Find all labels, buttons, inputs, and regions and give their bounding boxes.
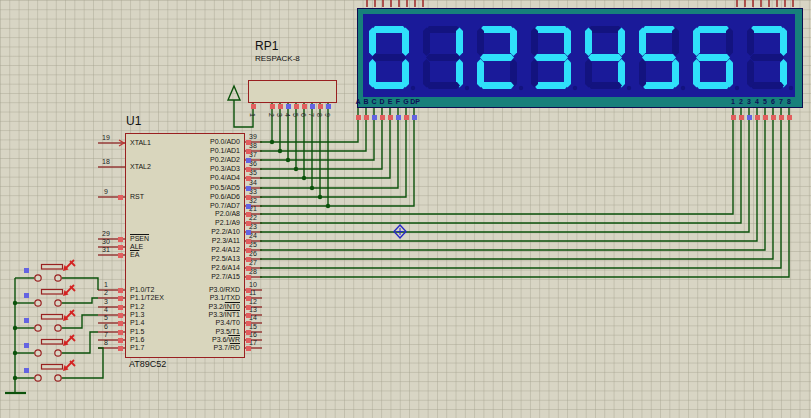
seven-seg-digit [420,23,470,91]
segment-E [639,59,646,88]
pin-label: P1.2 [130,303,144,311]
segment-F [639,28,646,57]
pin-number: 1 [98,281,114,289]
pin-state-square [412,115,417,120]
pin-state-square [246,321,251,326]
wire [260,108,773,259]
respack-pin-number: 9 [323,110,333,120]
pin-state-square [372,115,377,120]
pin-label: P1.4 [130,319,144,327]
pin-label: P3.1/TXD [160,294,240,302]
segment-E [585,59,592,88]
seven-seg-digit [366,23,416,91]
segment-D [480,82,514,89]
pin-state-square [763,115,768,120]
segment-A [372,26,406,33]
pin-state-square [246,230,251,235]
segment-A [534,26,568,33]
pin-label: P3.3/INT1 [160,311,240,319]
segment-pin-label: DP [408,97,422,106]
pin-state-square [246,266,251,271]
pin-label: P1.3 [130,311,144,319]
seven-seg-digit [636,23,686,91]
pin-state-square [118,237,123,242]
pin-label: P3.5/T1 [160,328,240,336]
wire [260,108,789,277]
push-button-2[interactable] [30,285,80,311]
pin-state-square [388,115,393,120]
pin-label: P2.6/A14 [160,264,240,272]
push-button-4[interactable] [30,335,80,361]
segment-A [588,26,622,33]
segment-F [423,28,430,57]
pin-label: XTAL1 [130,139,151,147]
respack-part-label: RESPACK-8 [255,54,300,63]
pin-state-square [118,305,123,310]
pin-number: 31 [98,246,114,254]
segment-A [750,26,784,33]
segment-B [726,28,733,57]
pin-state-square [118,321,123,326]
segment-G [588,54,622,61]
segment-G [696,54,730,61]
segment-F [477,28,484,57]
pin-state-square [779,115,784,120]
junction-dot [13,301,17,305]
segment-E [693,59,700,88]
segment-B [456,28,463,57]
pin-state-square [246,186,251,191]
junction-dot [13,326,17,330]
chip-part-label: AT89C52 [129,360,166,369]
pin-number: 29 [98,230,114,238]
segment-A [480,26,514,33]
seven-seg-digit [474,23,524,91]
push-button-1[interactable] [30,260,80,286]
pin-state-square [771,115,776,120]
pin-number: 8 [98,339,114,347]
pin-state-square [24,343,29,348]
junction-dot [286,158,290,162]
respack-ref: RP1 [255,40,278,53]
pin-label: P2.5/A13 [160,255,240,263]
seven-seg-digit [690,23,740,91]
pin-number: 5 [98,314,114,322]
junction-dot [326,204,330,208]
segment-F [531,28,538,57]
pin-state-square [246,275,251,280]
segment-DP [573,86,577,90]
pin-number: 6 [98,323,114,331]
seven-seg-digit [582,23,632,91]
pin-state-square [118,288,123,293]
pin-state-square [747,115,752,120]
wire [260,108,765,250]
pin-state-square [246,212,251,217]
pin-label: P3.7/RD [160,344,240,352]
segment-B [618,28,625,57]
pin-state-square [246,257,251,262]
pin-state-square [246,176,251,181]
pin-label: EA [130,251,139,259]
schematic-canvas: U1 AT89C52 RP1 RESPACK-8 19XTAL118XTAL29… [0,0,811,418]
pin-state-square [246,204,251,209]
pin-label: XTAL2 [130,163,151,171]
segment-D [642,82,676,89]
seven-segment-display[interactable] [357,8,803,108]
push-button-5[interactable] [30,360,80,386]
segment-E [477,59,484,88]
segment-F [585,28,592,57]
junction-dot [310,186,314,190]
segment-F [747,28,754,57]
segment-DP [789,86,793,90]
pin-label: ALE [130,243,143,251]
pin-state-square [278,104,283,109]
pin-label: P0.4/AD4 [160,174,240,182]
segment-E [747,59,754,88]
push-button-3[interactable] [30,310,80,336]
resistor-pack-body[interactable] [248,80,337,103]
segment-E [369,59,376,88]
wire [260,108,414,206]
wire [260,108,398,188]
pin-state-square [246,149,251,154]
segment-DP [681,86,685,90]
pin-number: 4 [98,306,114,314]
